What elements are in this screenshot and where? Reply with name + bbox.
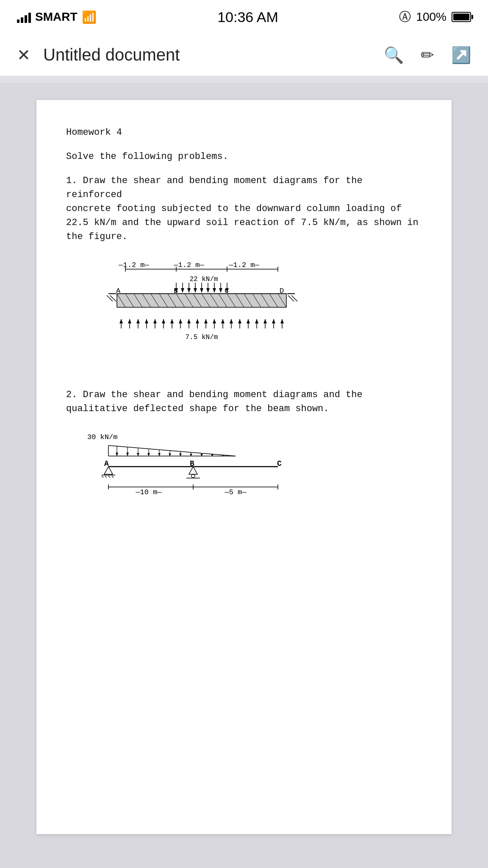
svg-text:C: C — [277, 459, 282, 468]
svg-text:22 kN/m: 22 kN/m — [189, 275, 218, 283]
separator — [0, 76, 488, 83]
svg-marker-111 — [137, 453, 139, 456]
problem-1-text: 1. Draw the shear and bending moment dia… — [66, 174, 422, 244]
svg-point-136 — [191, 474, 195, 478]
svg-marker-64 — [170, 319, 174, 323]
svg-marker-86 — [263, 319, 267, 323]
svg-marker-113 — [147, 453, 150, 456]
svg-text:—5 m—: —5 m— — [224, 488, 247, 496]
diagram-2: 30 kN/m — [83, 428, 303, 501]
svg-marker-26 — [219, 288, 222, 292]
spacer-1 — [66, 362, 422, 388]
doc-intro: Solve the following problems. — [66, 150, 422, 164]
toolbar-icons: 🔍 ✏ ↗️ — [384, 46, 471, 64]
svg-text:—1.2 m—: —1.2 m— — [228, 261, 259, 269]
svg-marker-56 — [136, 319, 140, 323]
svg-marker-88 — [272, 319, 275, 323]
svg-marker-58 — [145, 319, 148, 323]
status-right: Ⓐ 100% — [399, 9, 471, 25]
svg-text:A: A — [104, 459, 109, 468]
svg-text:30 kN/m: 30 kN/m — [87, 433, 117, 441]
svg-rect-30 — [117, 294, 286, 307]
svg-marker-80 — [238, 319, 241, 323]
svg-marker-54 — [128, 319, 131, 323]
at-icon: Ⓐ — [399, 9, 411, 25]
footing-diagram-svg: —1.2 m— —1.2 m— —1.2 m— 22 kN/m — [92, 261, 303, 345]
svg-marker-62 — [162, 319, 165, 323]
carrier-name: SMART — [35, 10, 78, 24]
svg-marker-20 — [200, 288, 203, 292]
svg-marker-14 — [181, 288, 184, 292]
svg-marker-68 — [187, 319, 191, 323]
svg-marker-16 — [187, 288, 191, 292]
battery-icon — [452, 12, 471, 22]
edit-button[interactable]: ✏ — [421, 46, 434, 64]
svg-text:D: D — [280, 287, 284, 295]
svg-text:B: B — [190, 459, 194, 468]
external-link-button[interactable]: ↗️ — [451, 46, 471, 64]
svg-marker-52 — [119, 319, 123, 323]
svg-marker-90 — [280, 319, 284, 323]
svg-marker-84 — [255, 319, 258, 323]
svg-marker-107 — [116, 453, 118, 456]
svg-line-131 — [102, 476, 103, 478]
status-bar: SMART 📶 10:36 AM Ⓐ 100% — [0, 0, 488, 34]
app-bar: ✕ Untitled document 🔍 ✏ ↗️ — [0, 34, 488, 76]
battery-pct: 100% — [416, 10, 446, 24]
svg-marker-115 — [158, 453, 161, 456]
svg-line-101 — [291, 295, 297, 301]
search-button[interactable]: 🔍 — [384, 46, 404, 64]
svg-marker-117 — [169, 453, 171, 456]
svg-marker-22 — [206, 288, 210, 292]
close-button[interactable]: ✕ — [17, 46, 30, 64]
diagram-1: —1.2 m— —1.2 m— —1.2 m— 22 kN/m — [92, 261, 303, 345]
document-page: Homework 4 Solve the following problems.… — [36, 100, 452, 834]
beam-diagram-svg: 30 kN/m — [83, 428, 303, 496]
svg-text:B: B — [174, 287, 178, 295]
svg-line-132 — [105, 476, 107, 478]
document-area: Homework 4 Solve the following problems.… — [0, 83, 488, 868]
svg-marker-70 — [196, 319, 199, 323]
svg-marker-18 — [194, 288, 197, 292]
svg-line-98 — [107, 295, 113, 301]
svg-text:C: C — [225, 287, 229, 295]
svg-marker-119 — [179, 453, 182, 456]
svg-text:7.5 kN/m: 7.5 kN/m — [186, 334, 218, 341]
svg-marker-24 — [213, 288, 216, 292]
problem-1: 1. Draw the shear and bending moment dia… — [66, 174, 422, 244]
wifi-icon: 📶 — [82, 10, 97, 24]
status-time: 10:36 AM — [217, 9, 278, 25]
svg-marker-78 — [230, 319, 233, 323]
svg-text:—1.2 m—: —1.2 m— — [118, 261, 149, 269]
svg-line-134 — [112, 476, 114, 478]
status-left: SMART 📶 — [17, 10, 97, 24]
svg-marker-74 — [213, 319, 216, 323]
signal-icon — [17, 11, 31, 23]
svg-marker-72 — [204, 319, 208, 323]
problem-2-text: 2. Draw the shear and bending moment dia… — [66, 388, 422, 416]
svg-marker-109 — [126, 453, 129, 456]
problem-2: 2. Draw the shear and bending moment dia… — [66, 388, 422, 416]
svg-marker-60 — [153, 319, 157, 323]
document-title: Untitled document — [43, 45, 371, 64]
svg-marker-76 — [221, 319, 225, 323]
svg-line-100 — [288, 295, 294, 301]
doc-heading: Homework 4 — [66, 125, 422, 139]
svg-marker-82 — [247, 319, 250, 323]
svg-text:A: A — [116, 287, 121, 295]
svg-marker-66 — [179, 319, 182, 323]
svg-text:—1.2 m—: —1.2 m— — [173, 261, 204, 269]
svg-line-99 — [110, 295, 116, 301]
svg-line-133 — [108, 476, 110, 478]
svg-text:—10 m—: —10 m— — [135, 488, 162, 496]
